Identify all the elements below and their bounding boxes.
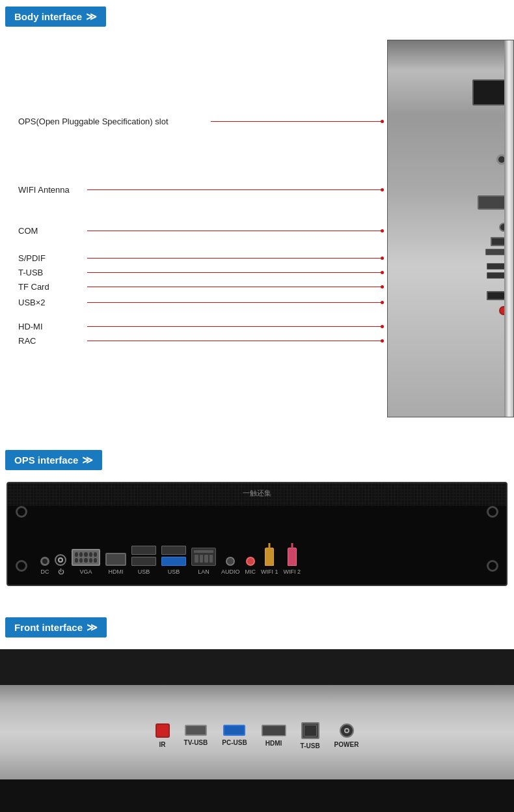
hdmi-label-row: HD-MI (18, 322, 384, 331)
tf-card-label: TF Card (18, 282, 83, 292)
ops-lan-label: LAN (198, 568, 210, 575)
front-hdmi-group: HDMI (262, 725, 286, 747)
front-power-group: POWER (334, 723, 359, 748)
usb2-label-row: USB×2 (18, 298, 384, 307)
body-interface-header: Body interface ≫ (5, 7, 106, 27)
ops-interface-section: OPS interface ≫ 一触还集 DC (0, 443, 514, 611)
ops-vga-label: VGA (79, 568, 92, 575)
front-tv-usb-group: TV-USB (184, 725, 208, 746)
ops-hdmi-group: HDMI (105, 553, 126, 575)
ops-dc-label: DC (41, 568, 49, 575)
ops-audio-group: AUDIO (221, 557, 240, 575)
tf-card-label-row: TF Card (18, 282, 384, 292)
ops-mic-group: MIC (245, 557, 256, 575)
usb2-label: USB×2 (18, 298, 83, 307)
body-interface-diagram: OPS(Open Pluggable Specification) slot W… (0, 27, 514, 443)
ops-wifi1-group: WIFI 1 (261, 548, 278, 575)
front-panel-image: IR TV-USB PC-USB HDMI (0, 649, 514, 812)
ops-usb1-label: USB (138, 568, 150, 575)
spdif-label: S/PDIF (18, 253, 83, 263)
front-hdmi-label: HDMI (265, 740, 282, 747)
front-tv-usb-label: TV-USB (184, 739, 208, 746)
front-ir-label: IR (159, 741, 166, 748)
front-pc-usb-label: PC-USB (222, 739, 247, 746)
tv-side-panel-image (387, 40, 514, 417)
rac-label-row: RAC (18, 336, 384, 346)
com-label: COM (18, 226, 83, 236)
front-power-label: POWER (334, 741, 359, 748)
ops-wifi2-group: WIFI 2 (284, 548, 301, 575)
front-interface-section: Front interface ≫ IR TV-USB (0, 611, 514, 812)
ops-audio-label: AUDIO (221, 568, 240, 575)
ops-panel-image: 一触还集 DC ⏻ (7, 482, 507, 586)
t-usb-label: T-USB (18, 268, 83, 277)
t-usb-label-row: T-USB (18, 268, 384, 277)
ops-power-group: ⏻ (55, 554, 66, 575)
ops-slot-label: OPS(Open Pluggable Specification) slot (18, 117, 207, 126)
spdif-label-row: S/PDIF (18, 253, 384, 263)
ops-lan-group: LAN (191, 548, 216, 575)
front-chevron-icon: ≫ (87, 621, 98, 634)
body-interface-title: Body interface (14, 11, 82, 22)
ops-wifi2-label: WIFI 2 (284, 568, 301, 575)
ops-slot-label-row: OPS(Open Pluggable Specification) slot (18, 117, 384, 126)
ops-interface-title: OPS interface (14, 455, 78, 466)
ops-mic-label: MIC (245, 568, 256, 575)
front-t-usb-label: T-USB (301, 742, 320, 749)
body-chevron-icon: ≫ (86, 10, 97, 23)
body-interface-section: Body interface ≫ (0, 0, 514, 443)
front-t-usb-group: T-USB (301, 722, 320, 749)
ops-hdmi-label: HDMI (109, 568, 124, 575)
rac-label: RAC (18, 336, 83, 346)
front-interface-title: Front interface (14, 622, 83, 633)
ops-usb1-group: USB (131, 546, 156, 575)
ops-power-label: ⏻ (58, 568, 64, 575)
ops-chevron-icon: ≫ (82, 454, 93, 466)
front-interface-header: Front interface ≫ (5, 617, 107, 637)
hdmi-label: HD-MI (18, 322, 83, 331)
ops-vga-group: VGA (72, 549, 100, 575)
ops-interface-header: OPS interface ≫ (5, 450, 102, 470)
ops-dc-group: DC (40, 557, 49, 575)
com-label-row: COM (18, 226, 384, 236)
wifi-antenna-label-row: WIFI Antenna (18, 185, 384, 195)
wifi-antenna-label: WIFI Antenna (18, 185, 83, 195)
ops-usb2-group: USB (161, 546, 186, 575)
ops-wifi1-label: WIFI 1 (261, 568, 278, 575)
front-ir-group: IR (156, 723, 170, 748)
front-pc-usb-group: PC-USB (222, 725, 247, 746)
ops-usb2-label: USB (168, 568, 180, 575)
